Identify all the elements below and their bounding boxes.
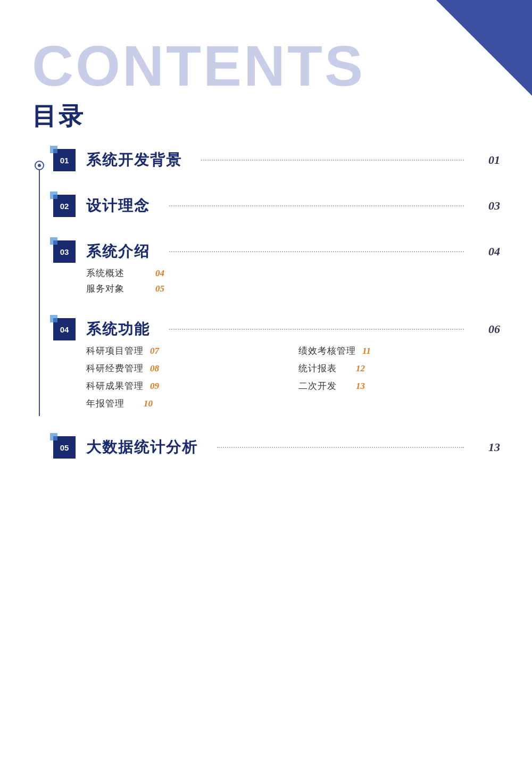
- toc-func-grid-04: 科研项目管理 07 绩效考核管理 11 科研经费管理 08 统计报表 12 科研…: [53, 345, 500, 413]
- toc-section-04: 04 系统功能 06 科研项目管理 07 绩效考核管理 11 科研经费管理 08: [53, 318, 500, 413]
- section-title-01: 系统开发背景: [86, 150, 182, 170]
- func-item-04-2: 科研经费管理 08: [86, 362, 288, 375]
- func-item-04-6: 统计报表 12: [298, 362, 500, 375]
- dotted-line-01: [201, 160, 464, 161]
- sub-label-03-1: 系统概述: [86, 267, 150, 279]
- toc-section-02: 02 设计理念 03: [53, 195, 500, 217]
- toc-main-row-03: 03 系统介绍 04: [53, 240, 500, 263]
- toc-main-row-04: 04 系统功能 06: [53, 318, 500, 340]
- section-badge-04: 04: [53, 318, 76, 340]
- func-page-04-5: 11: [362, 346, 371, 356]
- dotted-line-04: [169, 329, 464, 330]
- sub-row-03-2: 服务对象 05: [86, 282, 500, 295]
- page-number-03: 04: [483, 245, 500, 259]
- func-item-04-1: 科研项目管理 07: [86, 345, 288, 357]
- corner-decoration: [436, 0, 532, 96]
- page-number-02: 03: [483, 199, 500, 213]
- section-title-04: 系统功能: [86, 319, 150, 339]
- toc-section-05: 05 大数据统计分析 13: [53, 436, 500, 459]
- toc-sub-items-03: 系统概述 04 服务对象 05: [53, 267, 500, 295]
- func-item-04-4: 年报管理 10: [86, 397, 288, 410]
- func-label-04-4: 年报管理: [86, 397, 137, 410]
- section-badge-02: 02: [53, 195, 76, 217]
- page-number-01: 01: [483, 153, 500, 167]
- chinese-title: 目录: [32, 100, 500, 133]
- func-item-04-5: 绩效考核管理 11: [298, 345, 500, 357]
- section-title-02: 设计理念: [86, 196, 150, 216]
- contents-title: CONTENTS: [32, 37, 500, 95]
- func-label-04-2: 科研经费管理: [86, 362, 144, 375]
- dotted-line-03: [169, 251, 464, 252]
- toc-section-01: 01 系统开发背景 01: [53, 149, 500, 171]
- toc-main-row-01: 01 系统开发背景 01: [53, 149, 500, 171]
- section-badge-01: 01: [53, 149, 76, 171]
- sub-label-03-2: 服务对象: [86, 282, 150, 295]
- func-label-04-7: 二次开发: [298, 380, 350, 392]
- toc-main-row-05: 05 大数据统计分析 13: [53, 436, 500, 459]
- page-number-05: 13: [483, 440, 500, 454]
- section-title-05: 大数据统计分析: [86, 437, 198, 457]
- sub-page-03-1: 04: [155, 268, 164, 279]
- func-item-04-3: 科研成果管理 09: [86, 380, 288, 392]
- dotted-line-02: [169, 205, 464, 206]
- func-label-04-3: 科研成果管理: [86, 380, 144, 392]
- func-label-04-5: 绩效考核管理: [298, 345, 356, 357]
- toc-section-03: 03 系统介绍 04 系统概述 04 服务对象 05: [53, 240, 500, 295]
- func-page-04-2: 08: [150, 363, 159, 374]
- func-label-04-6: 统计报表: [298, 362, 350, 375]
- sub-page-03-2: 05: [155, 284, 164, 294]
- main-content: 01 系统开发背景 01 02 设计理念 03 03 系统介绍 04: [0, 138, 532, 514]
- func-item-04-7: 二次开发 13: [298, 380, 500, 392]
- func-page-04-1: 07: [150, 346, 159, 356]
- func-page-04-7: 13: [356, 381, 365, 392]
- func-page-04-6: 12: [356, 363, 365, 374]
- timeline-line: [39, 165, 40, 416]
- section-title-03: 系统介绍: [86, 242, 150, 262]
- func-page-04-3: 09: [150, 381, 159, 392]
- page-number-04: 06: [483, 322, 500, 336]
- sub-row-03-1: 系统概述 04: [86, 267, 500, 279]
- section-badge-03: 03: [53, 240, 76, 263]
- dotted-line-05: [217, 447, 464, 448]
- timeline-container: 01 系统开发背景 01 02 设计理念 03 03 系统介绍 04: [32, 149, 500, 459]
- toc-main-row-02: 02 设计理念 03: [53, 195, 500, 217]
- func-page-04-4: 10: [144, 398, 153, 409]
- section-badge-05: 05: [53, 436, 76, 459]
- func-label-04-1: 科研项目管理: [86, 345, 144, 357]
- timeline-dot: [35, 161, 44, 170]
